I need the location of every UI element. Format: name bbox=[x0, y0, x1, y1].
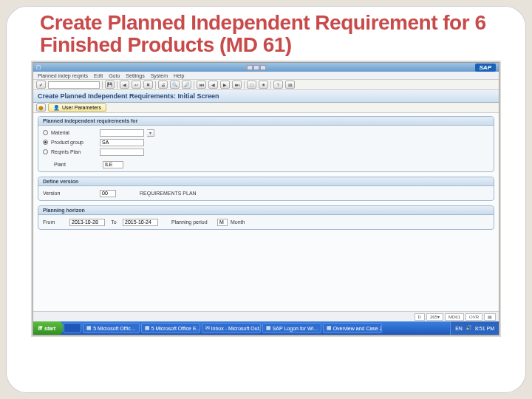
prev-page-icon[interactable]: ◀ bbox=[208, 81, 218, 89]
last-page-icon[interactable]: ⏭ bbox=[232, 81, 242, 89]
panel-version: Define version Version REQUIREMENTS PLAN bbox=[38, 177, 494, 201]
status-d: D bbox=[415, 313, 425, 321]
user-parameters-button[interactable]: 👤 User Parameters bbox=[48, 103, 106, 112]
standard-toolbar: ✔ 💾 ◀ ↩ ✖ 🖨 🔍 🔎 ⏮ ◀ ▶ ⏭ ▢ ★ ? ▤ bbox=[33, 80, 499, 90]
find-next-icon[interactable]: 🔎 bbox=[182, 81, 191, 89]
sap-status-bar: D 265 ▾ MD61 OVR ▤ bbox=[33, 311, 499, 321]
sap-titlebar: ▢ SAP bbox=[33, 63, 499, 72]
plant-field[interactable] bbox=[103, 161, 123, 168]
menu-goto[interactable]: Goto bbox=[109, 73, 120, 78]
maximize-icon[interactable] bbox=[253, 65, 259, 70]
word-icon: ▦ bbox=[86, 325, 92, 331]
label-planning-period: Planning period bbox=[171, 219, 214, 225]
task-2[interactable]: ▦5 Microsoft Office E… bbox=[141, 323, 200, 333]
radio-material[interactable] bbox=[43, 130, 48, 135]
period-text: Month bbox=[231, 219, 245, 225]
menu-settings[interactable]: Settings bbox=[126, 73, 144, 78]
to-date-field[interactable] bbox=[123, 219, 158, 226]
menu-bar: Planned indep reqmts Edit Goto Settings … bbox=[33, 72, 499, 80]
from-date-field[interactable] bbox=[69, 219, 105, 226]
label-reqplan: Reqmts Plan bbox=[51, 149, 97, 154]
menu-reqmts[interactable]: Planned indep reqmts bbox=[38, 73, 88, 78]
print-icon[interactable]: 🖨 bbox=[158, 81, 168, 89]
lang-indicator[interactable]: EN bbox=[455, 326, 463, 331]
save-icon[interactable]: 💾 bbox=[105, 81, 115, 89]
radio-product-group[interactable] bbox=[43, 140, 48, 145]
slide-frame: Create Planned Independent Requirement f… bbox=[6, 6, 526, 393]
panel-horizon: Planning horizon From To Planning period… bbox=[38, 205, 494, 230]
find-icon[interactable]: 🔍 bbox=[170, 81, 180, 89]
user-params-label: User Parameters bbox=[62, 105, 101, 110]
sap-doc-icon: ▢ bbox=[36, 64, 41, 70]
execute-icon[interactable]: ⬤ bbox=[36, 103, 46, 112]
windows-taskbar: ⊞ start ▦5 Microsoft Offic… ▦5 Microsoft… bbox=[33, 321, 499, 335]
menu-system[interactable]: System bbox=[151, 73, 168, 78]
task-3[interactable]: ✉Inbox - Microsoft Out… bbox=[202, 323, 261, 333]
first-page-icon[interactable]: ⏮ bbox=[197, 81, 206, 89]
sap-window: ▢ SAP Planned indep reqmts Edit Goto Set… bbox=[33, 62, 499, 335]
app-toolbar: ⬤ 👤 User Parameters bbox=[33, 103, 499, 113]
task-4[interactable]: ▦SAP Logon for Wi… bbox=[262, 323, 321, 333]
status-sid: 265 ▾ bbox=[426, 313, 443, 321]
windows-logo-icon: ⊞ bbox=[38, 325, 42, 331]
clock: 8:51 PM bbox=[475, 326, 494, 331]
start-label: start bbox=[44, 326, 55, 331]
new-session-icon[interactable]: ▢ bbox=[247, 81, 256, 89]
task-1[interactable]: ▦5 Microsoft Offic… bbox=[83, 323, 139, 333]
product-group-field[interactable] bbox=[100, 139, 144, 146]
excel-icon: ▦ bbox=[145, 325, 150, 331]
reqplan-field[interactable] bbox=[100, 149, 144, 156]
system-tray[interactable]: EN 🔊 8:51 PM bbox=[450, 321, 499, 335]
panel-version-title: Define version bbox=[38, 177, 494, 186]
minimize-icon[interactable] bbox=[247, 65, 253, 70]
task-5[interactable]: ▦Overview and Case 2… bbox=[323, 323, 382, 333]
sap-logo: SAP bbox=[475, 64, 496, 72]
label-to: To bbox=[108, 219, 120, 225]
exit-icon[interactable]: ↩ bbox=[132, 81, 141, 89]
screen-title: Create Planned Independent Requirements:… bbox=[33, 90, 499, 103]
label-product-group: Product group bbox=[51, 140, 97, 145]
status-tcode: MD61 bbox=[445, 313, 464, 321]
menu-edit[interactable]: Edit bbox=[94, 73, 103, 78]
material-search-help-icon[interactable]: ▾ bbox=[147, 129, 154, 137]
status-ovr: OVR bbox=[466, 313, 482, 321]
screen-body: Planned independent requirements for Mat… bbox=[33, 113, 499, 311]
quick-launch[interactable] bbox=[64, 323, 81, 333]
version-field[interactable] bbox=[100, 190, 116, 197]
label-version: Version bbox=[43, 191, 97, 196]
version-text: REQUIREMENTS PLAN bbox=[140, 191, 197, 196]
label-plant: Plant bbox=[54, 162, 100, 167]
status-layout-icon[interactable]: ▤ bbox=[484, 313, 496, 321]
label-from: From bbox=[43, 219, 66, 225]
panel-pir-title: Planned independent requirements for bbox=[38, 117, 494, 126]
outlook-icon: ✉ bbox=[205, 325, 210, 331]
panel-pir-for: Planned independent requirements for Mat… bbox=[38, 116, 494, 172]
back-icon[interactable]: ◀ bbox=[120, 81, 129, 89]
next-page-icon[interactable]: ▶ bbox=[220, 81, 230, 89]
ppt-icon: ▦ bbox=[327, 325, 332, 331]
layout-icon[interactable]: ▤ bbox=[285, 81, 295, 89]
material-field[interactable] bbox=[100, 129, 144, 137]
close-icon[interactable] bbox=[260, 65, 266, 70]
sap-task-icon: ▦ bbox=[266, 325, 271, 331]
slide-title: Create Planned Independent Requirement f… bbox=[6, 6, 526, 59]
radio-reqplan[interactable] bbox=[43, 149, 48, 154]
label-material: Material bbox=[51, 130, 97, 135]
shortcut-icon[interactable]: ★ bbox=[259, 81, 268, 89]
cancel-icon[interactable]: ✖ bbox=[143, 81, 153, 89]
help-icon[interactable]: ? bbox=[273, 81, 283, 89]
tray-icon[interactable]: 🔊 bbox=[466, 325, 472, 331]
enter-icon[interactable]: ✔ bbox=[36, 81, 46, 89]
user-icon: 👤 bbox=[53, 105, 60, 111]
menu-help[interactable]: Help bbox=[174, 73, 184, 78]
start-button[interactable]: ⊞ start bbox=[33, 321, 63, 335]
command-field[interactable] bbox=[48, 81, 100, 89]
period-code-field[interactable] bbox=[217, 219, 228, 226]
panel-horizon-title: Planning horizon bbox=[38, 206, 494, 215]
